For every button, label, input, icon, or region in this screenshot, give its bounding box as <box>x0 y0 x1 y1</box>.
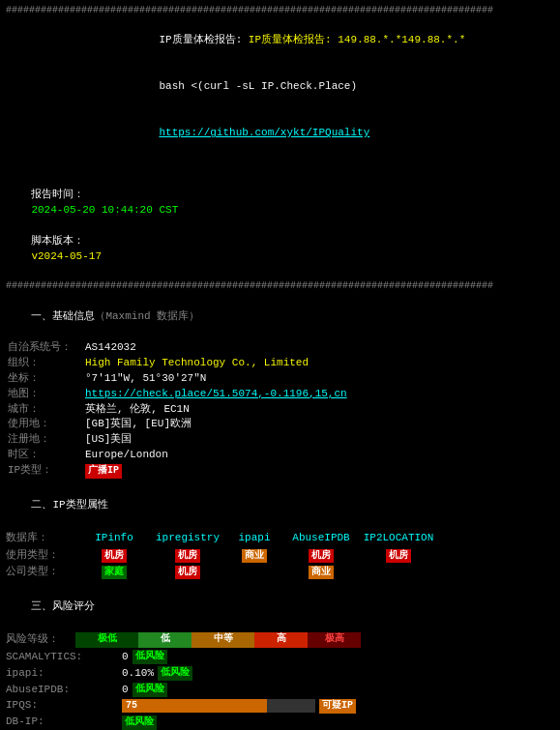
ipapi-row: ipapi: 0.10% 低风险 <box>6 666 554 682</box>
risk-bar-row: 风险等级： 极低 低 中等 高 极高 <box>6 632 554 648</box>
mid-hash: ########################################… <box>6 279 554 294</box>
db-headers-row: 数据库： IPinfo ipregistry ipapi AbuseIPDB I… <box>6 531 554 546</box>
dbip-tag: 低风险 <box>122 715 157 730</box>
ipqs-progress: 75 <box>122 699 315 713</box>
dbip-row: DB-IP: 低风险 <box>6 715 554 730</box>
section2-title: 二、IP类型属性 <box>6 482 554 529</box>
ip-address: IP质量体检报告: 149.88.*.* <box>249 34 401 45</box>
top-hash: ########################################… <box>6 4 554 18</box>
main-container: ########################################… <box>0 0 560 730</box>
command-line: bash <(curl -sL IP.Check.Place) <box>6 64 554 110</box>
link-line: https://github.com/xykt/IPQuality <box>6 110 554 157</box>
use-type-2: 机房 <box>175 549 200 564</box>
scamalytics-row: SCAMALYTICS: 0 低风险 <box>6 650 554 665</box>
use-type-1: 机房 <box>102 549 127 564</box>
table-row: IP类型： 广播IP <box>6 463 554 479</box>
table-row: 时区： Europe/London <box>6 448 554 463</box>
table-row: 使用地： [GB]英国, [EU]欧洲 <box>6 417 554 432</box>
ip-type-tag: 广播IP <box>85 464 122 479</box>
abuseipdb-tag: 低风险 <box>133 683 167 697</box>
company-type-4: 商业 <box>309 566 334 580</box>
use-type-5: 机房 <box>386 549 411 564</box>
table-row: 注册地： [US]美国 <box>6 432 554 448</box>
basic-info-table: 自治系统号： AS142032 组织： High Family Technolo… <box>6 340 554 479</box>
use-type-row: 使用类型： 机房 机房 商业 机房 机房 <box>6 548 554 564</box>
risk-bar: 极低 低 中等 高 极高 <box>75 632 361 648</box>
use-type-3: 商业 <box>242 549 267 564</box>
scamalytics-tag: 低风险 <box>133 650 167 664</box>
map-link[interactable]: https://check.place/51.5074,-0.1196,15,c… <box>85 388 347 399</box>
company-type-1: 家庭 <box>102 566 127 580</box>
section1-title: 一、基础信息（Maxmind 数据库） <box>6 294 554 340</box>
use-type-4: 机房 <box>309 549 334 564</box>
report-meta: 报告时间： 2024-05-20 10:44:20 CST 脚本版本： v202… <box>6 157 554 280</box>
ipqs-tag: 可疑IP <box>319 699 356 714</box>
abuseipdb-row: AbuseIPDB: 0 低风险 <box>6 683 554 698</box>
table-row: 城市： 英格兰, 伦敦, EC1N <box>6 402 554 418</box>
table-row: 坐标： °7'11"W, 51°30'27"N <box>6 371 554 387</box>
table-row: 地图： https://check.place/51.5074,-0.1196,… <box>6 387 554 402</box>
github-link[interactable]: https://github.com/xykt/IPQuality <box>159 127 369 138</box>
ipapi-tag: 低风险 <box>158 666 192 681</box>
company-type-2: 机房 <box>175 566 200 580</box>
report-time: 2024-05-20 10:44:20 CST <box>31 204 178 216</box>
table-row: 组织： High Family Technology Co., Limited <box>6 356 554 371</box>
version: v2024-05-17 <box>31 250 102 262</box>
company-type-row: 公司类型： 家庭 机房 商业 <box>6 565 554 580</box>
section3-title: 三、风险评分 <box>6 584 554 630</box>
table-row: 自治系统号： AS142032 <box>6 340 554 356</box>
report-title: IP质量体检报告: IP质量体检报告: 149.88.*.*149.88.*.* <box>6 18 554 65</box>
ipqs-row: IPQS: 75 可疑IP <box>6 698 554 714</box>
